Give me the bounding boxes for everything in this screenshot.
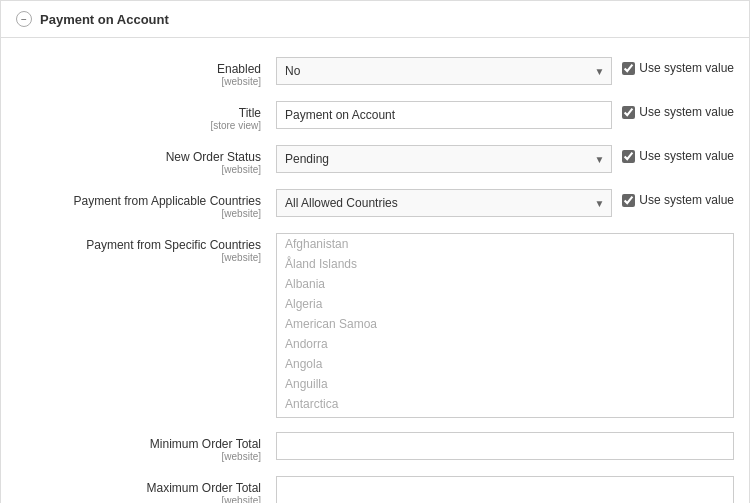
enabled-select-wrapper: No Yes ▼ <box>276 57 612 85</box>
section-header: − Payment on Account <box>1 1 749 38</box>
minimum-order-total-input[interactable] <box>276 432 734 460</box>
title-use-system-label[interactable]: Use system value <box>622 101 734 119</box>
list-item[interactable]: Albania <box>277 274 733 294</box>
maximum-order-total-label-col: Maximum Order Total [website] <box>16 476 276 503</box>
payment-specific-listbox[interactable]: AfghanistanÅland IslandsAlbaniaAlgeriaAm… <box>276 233 734 418</box>
payment-specific-input-col: AfghanistanÅland IslandsAlbaniaAlgeriaAm… <box>276 233 734 418</box>
list-item[interactable]: Andorra <box>277 334 733 354</box>
title-row: Title [store view] Use system value <box>1 94 749 138</box>
payment-specific-listbox-wrapper: AfghanistanÅland IslandsAlbaniaAlgeriaAm… <box>276 233 734 418</box>
payment-applicable-use-system-text: Use system value <box>639 193 734 207</box>
minimum-order-total-input-col <box>276 432 734 460</box>
title-use-system-text: Use system value <box>639 105 734 119</box>
enabled-label: Enabled <box>217 62 261 76</box>
maximum-order-total-input-wrapper <box>276 476 734 503</box>
minimum-order-total-scope: [website] <box>16 451 261 462</box>
new-order-status-select-wrapper: Pending Processing ▼ <box>276 145 612 173</box>
new-order-status-label: New Order Status <box>166 150 261 164</box>
list-item[interactable]: Åland Islands <box>277 254 733 274</box>
maximum-order-total-row: Maximum Order Total [website] <box>1 469 749 503</box>
title-label-col: Title [store view] <box>16 101 276 131</box>
payment-applicable-label: Payment from Applicable Countries <box>74 194 261 208</box>
payment-applicable-row: Payment from Applicable Countries [websi… <box>1 182 749 226</box>
page-container: − Payment on Account Enabled [website] N… <box>0 0 750 503</box>
payment-specific-label-col: Payment from Specific Countries [website… <box>16 233 276 263</box>
new-order-status-use-system-checkbox[interactable] <box>622 150 635 163</box>
title-scope: [store view] <box>16 120 261 131</box>
title-use-system-checkbox[interactable] <box>622 106 635 119</box>
enabled-row: Enabled [website] No Yes ▼ Use system va… <box>1 50 749 94</box>
new-order-status-row: New Order Status [website] Pending Proce… <box>1 138 749 182</box>
payment-applicable-use-system-label[interactable]: Use system value <box>622 189 734 207</box>
list-item[interactable]: Afghanistan <box>277 234 733 254</box>
title-label: Title <box>239 106 261 120</box>
maximum-order-total-input[interactable] <box>276 476 734 503</box>
section-toggle-icon[interactable]: − <box>16 11 32 27</box>
new-order-status-label-col: New Order Status [website] <box>16 145 276 175</box>
minimum-order-total-row: Minimum Order Total [website] <box>1 425 749 469</box>
toggle-symbol: − <box>21 14 27 25</box>
enabled-use-system-checkbox[interactable] <box>622 62 635 75</box>
new-order-status-scope: [website] <box>16 164 261 175</box>
payment-applicable-label-col: Payment from Applicable Countries [websi… <box>16 189 276 219</box>
section-title: Payment on Account <box>40 12 169 27</box>
new-order-status-input-col: Pending Processing ▼ Use system value <box>276 145 734 173</box>
new-order-status-use-system-label[interactable]: Use system value <box>622 145 734 163</box>
list-item[interactable]: Anguilla <box>277 374 733 394</box>
enabled-use-system-text: Use system value <box>639 61 734 75</box>
maximum-order-total-scope: [website] <box>16 495 261 503</box>
list-item[interactable]: Angola <box>277 354 733 374</box>
payment-specific-row: Payment from Specific Countries [website… <box>1 226 749 425</box>
new-order-status-use-system-text: Use system value <box>639 149 734 163</box>
payment-applicable-select[interactable]: All Allowed Countries Specific Countries <box>276 189 612 217</box>
enabled-use-system-label[interactable]: Use system value <box>622 57 734 75</box>
enabled-label-col: Enabled [website] <box>16 57 276 87</box>
minimum-order-total-input-wrapper <box>276 432 734 460</box>
title-input-col: Use system value <box>276 101 734 129</box>
maximum-order-total-input-col <box>276 476 734 503</box>
new-order-status-select[interactable]: Pending Processing <box>276 145 612 173</box>
payment-applicable-input-col: All Allowed Countries Specific Countries… <box>276 189 734 217</box>
maximum-order-total-label: Maximum Order Total <box>147 481 261 495</box>
payment-applicable-scope: [website] <box>16 208 261 219</box>
title-input[interactable] <box>276 101 612 129</box>
minimum-order-total-label-col: Minimum Order Total [website] <box>16 432 276 462</box>
list-item[interactable]: Antigua & Barbuda <box>277 414 733 418</box>
payment-applicable-use-system-checkbox[interactable] <box>622 194 635 207</box>
enabled-input-col: No Yes ▼ Use system value <box>276 57 734 85</box>
payment-applicable-select-wrapper: All Allowed Countries Specific Countries… <box>276 189 612 217</box>
list-item[interactable]: Antarctica <box>277 394 733 414</box>
list-item[interactable]: Algeria <box>277 294 733 314</box>
form-body: Enabled [website] No Yes ▼ Use system va… <box>1 38 749 503</box>
enabled-scope: [website] <box>16 76 261 87</box>
list-item[interactable]: American Samoa <box>277 314 733 334</box>
payment-specific-scope: [website] <box>16 252 261 263</box>
payment-specific-label: Payment from Specific Countries <box>86 238 261 252</box>
enabled-select[interactable]: No Yes <box>276 57 612 85</box>
title-input-wrapper <box>276 101 612 129</box>
minimum-order-total-label: Minimum Order Total <box>150 437 261 451</box>
